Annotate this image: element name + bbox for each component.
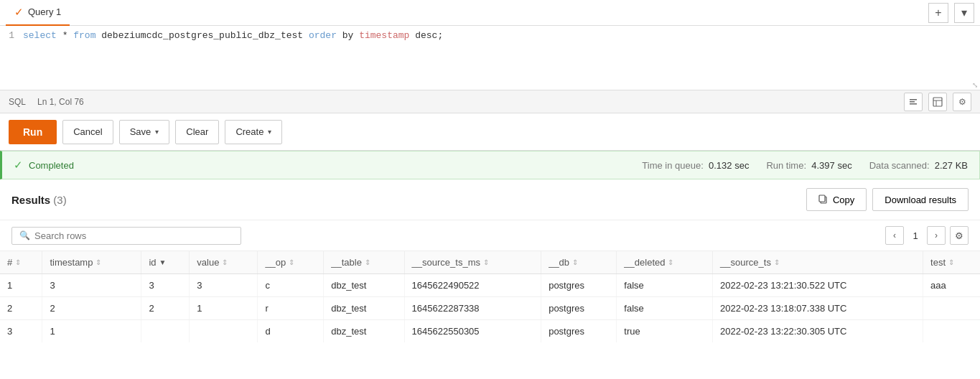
settings-button[interactable]: ⚙ xyxy=(953,93,971,111)
col-test[interactable]: test⇕ xyxy=(923,251,980,274)
table-cell: dbz_test xyxy=(324,297,404,320)
keyword-timestamp: timestamp xyxy=(359,30,409,41)
table-cell: postgres xyxy=(541,297,617,320)
page-settings-button[interactable]: ⚙ xyxy=(950,226,969,245)
sort-timestamp-icon: ⇕ xyxy=(95,258,101,266)
table-cell: 1 xyxy=(190,297,258,320)
sort-value-icon: ⇕ xyxy=(222,258,228,266)
tab-bar: ✓ Query 1 + ▾ xyxy=(0,0,980,26)
status-bar: SQL Ln 1, Col 76 ⚙ xyxy=(0,90,980,113)
add-tab-button[interactable]: + xyxy=(928,3,948,23)
run-button[interactable]: Run xyxy=(9,120,57,144)
sort-db-icon: ⇕ xyxy=(572,258,578,266)
col-deleted[interactable]: __deleted⇕ xyxy=(617,251,713,274)
table-cell: r xyxy=(258,297,324,320)
col-timestamp[interactable]: timestamp⇕ xyxy=(42,251,141,274)
table-cell: dbz_test xyxy=(324,320,404,343)
editor-language: SQL xyxy=(9,97,26,107)
table-cell: 3 xyxy=(190,274,258,297)
completed-text: Completed xyxy=(29,160,74,171)
copy-button[interactable]: Copy xyxy=(806,188,867,211)
col-op[interactable]: __op⇕ xyxy=(258,251,324,274)
prev-page-button[interactable]: ‹ xyxy=(885,226,904,245)
table-cell: 2022-02-23 13:22:30.305 UTC xyxy=(713,320,923,343)
copy-icon xyxy=(818,195,829,205)
save-chevron-icon: ▾ xyxy=(155,128,159,136)
code-desc: desc; xyxy=(415,30,443,41)
run-time-value: 4.397 sec xyxy=(811,160,851,171)
table-cell: 1645622550305 xyxy=(404,320,541,343)
col-db-label: __db xyxy=(549,257,569,268)
sort-source-ts-icon: ⇕ xyxy=(774,258,780,266)
sort-source-ts-ms-icon: ⇕ xyxy=(483,258,489,266)
tab-menu-button[interactable]: ▾ xyxy=(954,3,974,23)
data-scanned-value: 2.27 KB xyxy=(935,160,968,171)
table-cell: 3 xyxy=(0,320,42,343)
sort-deleted-icon: ⇕ xyxy=(668,258,673,266)
code-star: * xyxy=(62,30,74,41)
cancel-button[interactable]: Cancel xyxy=(62,120,113,144)
table-row: 2221rdbz_test1645622287338postgresfalse2… xyxy=(0,297,980,320)
code-by: by xyxy=(342,30,359,41)
svg-rect-7 xyxy=(819,195,825,202)
keyword-select: select xyxy=(23,30,57,41)
table-cell xyxy=(141,320,190,343)
svg-rect-3 xyxy=(933,98,942,106)
tab-query1[interactable]: ✓ Query 1 xyxy=(6,0,70,26)
copy-label: Copy xyxy=(833,195,854,205)
svg-rect-1 xyxy=(910,101,915,103)
format-button[interactable] xyxy=(904,93,923,111)
table-cell xyxy=(923,297,980,320)
sort-num-icon: ⇕ xyxy=(15,258,21,266)
time-in-queue-value: 0.132 sec xyxy=(709,160,749,171)
clear-button[interactable]: Clear xyxy=(175,120,219,144)
table-cell: 1645622490522 xyxy=(404,274,541,297)
col-value-label: value xyxy=(197,257,219,268)
sort-table-icon: ⇕ xyxy=(365,258,370,266)
table-cell: 1 xyxy=(0,274,42,297)
table-cell: aaa xyxy=(923,274,980,297)
time-in-queue-label: Time in queue: xyxy=(642,160,704,171)
pagination: ‹ 1 › ⚙ xyxy=(885,226,969,245)
table-icon-button[interactable] xyxy=(928,93,947,111)
search-box[interactable]: 🔍 xyxy=(11,227,241,245)
col-value[interactable]: value⇕ xyxy=(190,251,258,274)
tab-label: Query 1 xyxy=(28,6,61,17)
table-cell: postgres xyxy=(541,320,617,343)
col-source-ts-label: __source_ts xyxy=(720,257,771,268)
format-icon xyxy=(908,97,918,107)
data-table-container: #⇕ timestamp⇕ id▼ value⇕ __op⇕ xyxy=(0,251,980,342)
table-cell: 1 xyxy=(42,320,141,343)
table-cell: 2 xyxy=(42,297,141,320)
table-row: 1333cdbz_test1645622490522postgresfalse2… xyxy=(0,274,980,297)
cursor-position: Ln 1, Col 76 xyxy=(37,97,84,107)
tab-bar-right: + ▾ xyxy=(928,3,974,23)
table-cell: 3 xyxy=(42,274,141,297)
code-content[interactable]: select * from debeziumcdc_postgres_publi… xyxy=(23,30,980,41)
col-db[interactable]: __db⇕ xyxy=(541,251,617,274)
col-table-label: __table xyxy=(331,257,362,268)
col-num[interactable]: #⇕ xyxy=(0,251,42,274)
table-icon xyxy=(933,97,943,107)
results-section: Results (3) Copy Download results 🔍 xyxy=(0,179,980,379)
col-test-label: test xyxy=(930,257,946,268)
col-source-ts[interactable]: __source_ts⇕ xyxy=(713,251,923,274)
download-button[interactable]: Download results xyxy=(872,188,969,211)
col-id[interactable]: id▼ xyxy=(141,251,190,274)
next-page-button[interactable]: › xyxy=(927,226,946,245)
table-cell: postgres xyxy=(541,274,617,297)
save-button[interactable]: Save ▾ xyxy=(119,120,170,144)
create-chevron-icon: ▾ xyxy=(268,128,271,136)
table-cell xyxy=(923,320,980,343)
resize-handle[interactable]: ⤡ xyxy=(970,80,980,90)
col-deleted-label: __deleted xyxy=(624,257,665,268)
code-editor[interactable]: 1 select * from debeziumcdc_postgres_pub… xyxy=(0,26,980,90)
search-input[interactable] xyxy=(34,230,233,241)
table-cell: dbz_test xyxy=(324,274,404,297)
col-source-ts-ms[interactable]: __source_ts_ms⇕ xyxy=(404,251,541,274)
table-cell: 2 xyxy=(0,297,42,320)
col-source-ts-ms-label: __source_ts_ms xyxy=(412,257,480,268)
col-table[interactable]: __table⇕ xyxy=(324,251,404,274)
create-button[interactable]: Create ▾ xyxy=(225,120,282,144)
save-label: Save xyxy=(130,126,151,137)
